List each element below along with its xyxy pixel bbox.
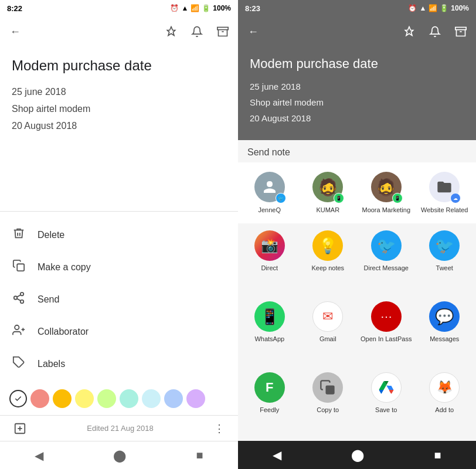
savetodrive-icon: [371, 372, 402, 403]
menu-divider: [0, 211, 238, 212]
messages-label: Messages: [430, 335, 459, 343]
app-lastpass[interactable]: ⋯ Open In LastPass: [357, 297, 416, 368]
left-status-icons: ⏰ ▲ 📶 🔋 100%: [170, 4, 231, 12]
make-copy-label: Make a copy: [38, 262, 91, 273]
color-red[interactable]: [30, 389, 49, 408]
right-note-body: 25 june 2018 Shop airtel modem 20 August…: [250, 79, 464, 126]
left-note-body: 25 june 2018 Shop airtel modem 20 August…: [12, 84, 226, 134]
right-note-line-2: Shop airtel modem: [250, 94, 464, 110]
keep-notes-label: Keep notes: [311, 264, 344, 272]
right-pin-button[interactable]: [399, 21, 420, 42]
website-name: Website Related: [421, 206, 468, 214]
color-picker: [0, 382, 238, 415]
svg-rect-15: [455, 28, 466, 30]
contact-jenneq[interactable]: 🐦 JenneQ: [240, 167, 299, 219]
apps-grid: 📸 Direct 💡 Keep notes 🐦 Direct Message 🐦…: [238, 223, 476, 441]
delete-icon: [12, 227, 26, 243]
right-signal-icon: 📶: [429, 4, 437, 12]
right-time: 8:23: [245, 4, 260, 13]
send-menu-item[interactable]: Send: [0, 283, 238, 315]
note-line-2: Shop airtel modem: [12, 101, 226, 118]
right-nav-bar: ◀ ⬤ ■: [238, 441, 476, 469]
left-archive-button[interactable]: [212, 21, 233, 42]
left-nav-recent[interactable]: ■: [196, 448, 203, 462]
app-tweet[interactable]: 🐦 Tweet: [416, 226, 474, 297]
moora-avatar: 🧔 📱: [371, 172, 402, 202]
right-note-preview: Modem purchase date 25 june 2018 Shop ai…: [238, 47, 476, 140]
color-white[interactable]: [9, 390, 27, 407]
twitter-dm-label: Direct Message: [364, 264, 409, 272]
copy-icon: [12, 259, 26, 275]
wifi-icon: ▲: [181, 4, 188, 12]
whatsapp-label: WhatsApp: [254, 335, 284, 343]
color-blue[interactable]: [164, 389, 183, 408]
svg-line-7: [17, 295, 21, 297]
svg-point-4: [14, 296, 18, 300]
instagram-direct-label: Direct: [261, 264, 278, 272]
left-bottom-bar: Edited 21 Aug 2018 ⋮: [0, 415, 238, 441]
make-copy-menu-item[interactable]: Make a copy: [0, 251, 238, 283]
right-nav-home[interactable]: ⬤: [351, 448, 364, 462]
right-nav-recent[interactable]: ■: [434, 448, 441, 462]
instagram-icon: 📸: [254, 230, 285, 261]
more-options-button[interactable]: ⋮: [210, 419, 229, 438]
color-yellow[interactable]: [75, 389, 94, 408]
messages-icon: 💬: [429, 301, 460, 332]
gmail-icon: ✉: [312, 301, 343, 332]
right-note-line-3: 20 August 2018: [250, 110, 464, 126]
labels-menu-item[interactable]: Labels: [0, 348, 238, 380]
collaborator-label: Collaborator: [38, 327, 89, 337]
color-orange[interactable]: [53, 389, 72, 408]
left-back-button[interactable]: ←: [5, 21, 26, 42]
add-note-button[interactable]: [9, 418, 30, 439]
note-line-1: 25 june 2018: [12, 84, 226, 101]
send-label: Send: [38, 294, 59, 305]
svg-line-6: [17, 298, 21, 301]
contact-website[interactable]: ☁ Website Related: [416, 167, 474, 219]
left-reminder-button[interactable]: [186, 21, 208, 42]
app-gmail[interactable]: ✉ Gmail: [299, 297, 358, 368]
right-nav-back[interactable]: ◀: [273, 448, 281, 462]
contact-moora[interactable]: 🧔 📱 Moora Marketing: [357, 167, 416, 219]
kumar-avatar: 🧔 📱: [312, 172, 343, 202]
right-reminder-button[interactable]: [424, 21, 446, 42]
color-teal[interactable]: [120, 389, 138, 408]
svg-point-8: [15, 325, 19, 329]
app-feedly[interactable]: F Feedly: [240, 368, 299, 439]
right-alarm-icon: ⏰: [408, 4, 417, 12]
left-battery-text: 100%: [213, 4, 231, 12]
app-copyto[interactable]: Copy to: [299, 368, 358, 439]
addto-icon: 🦊: [429, 372, 460, 403]
keep-notes-icon: 💡: [312, 230, 343, 261]
left-nav-home[interactable]: ⬤: [113, 448, 126, 463]
jenneq-name: JenneQ: [258, 206, 281, 214]
jenneq-badge: 🐦: [276, 193, 286, 203]
left-pin-button[interactable]: [161, 21, 182, 42]
right-wifi-icon: ▲: [419, 4, 426, 12]
app-savetodrive[interactable]: Save to: [357, 368, 416, 439]
collaborator-menu-item[interactable]: Collaborator: [0, 315, 238, 348]
kumar-badge: 📱: [334, 193, 344, 203]
kumar-name: KUMAR: [316, 206, 339, 214]
moora-badge: 📱: [392, 193, 403, 203]
app-whatsapp[interactable]: 📱 WhatsApp: [240, 297, 299, 368]
right-panel: 8:23 ⏰ ▲ 📶 🔋 100% ← Modem purchase date …: [238, 0, 476, 469]
app-instagram-direct[interactable]: 📸 Direct: [240, 226, 299, 297]
app-addto[interactable]: 🦊 Add to: [416, 368, 474, 439]
color-purple[interactable]: [186, 389, 205, 408]
delete-menu-item[interactable]: Delete: [0, 219, 238, 251]
contact-kumar[interactable]: 🧔 📱 KUMAR: [299, 167, 358, 219]
right-archive-button[interactable]: [450, 21, 471, 42]
color-green[interactable]: [97, 389, 116, 408]
lastpass-label: Open In LastPass: [361, 335, 412, 343]
app-keep-notes[interactable]: 💡 Keep notes: [299, 226, 358, 297]
labels-icon: [12, 356, 26, 372]
svg-rect-0: [217, 28, 228, 30]
savetodrive-label: Save to: [375, 406, 397, 414]
left-panel: 8:22 ⏰ ▲ 📶 🔋 100% ← Modem purchase date …: [0, 0, 238, 469]
right-back-button[interactable]: ←: [243, 21, 264, 42]
color-lightblue[interactable]: [142, 389, 161, 408]
app-twitter-dm[interactable]: 🐦 Direct Message: [357, 226, 416, 297]
app-messages[interactable]: 💬 Messages: [416, 297, 474, 368]
left-nav-back[interactable]: ◀: [35, 448, 43, 463]
